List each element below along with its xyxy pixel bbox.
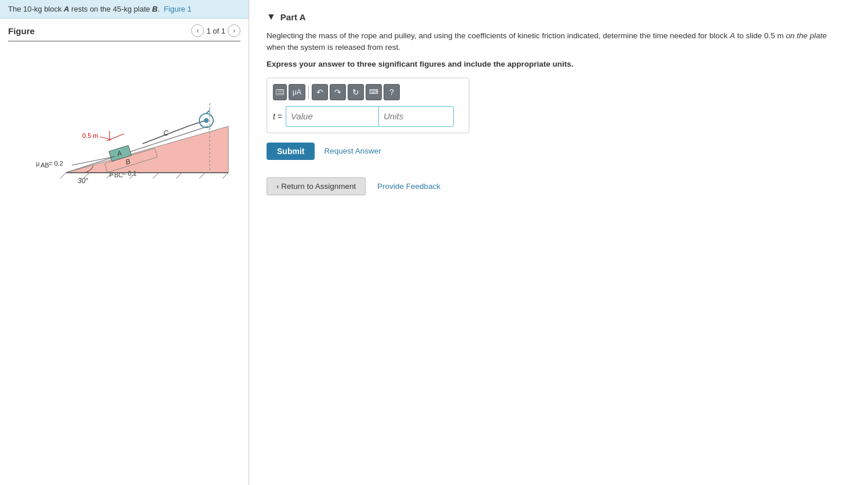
svg-line-8 xyxy=(206,110,210,114)
part-header: ▼ Part A xyxy=(267,12,851,22)
figure-title: Figure xyxy=(8,26,35,36)
problem-header: The 10-kg block A rests on the 45-kg pla… xyxy=(0,0,249,19)
svg-line-27 xyxy=(153,173,159,178)
help-button[interactable]: ? xyxy=(384,84,400,100)
svg-text:μ: μ xyxy=(36,160,39,167)
collapse-arrow[interactable]: ▼ xyxy=(267,12,276,22)
answer-box: μA ↶ ↷ ↻ ⌨ ? t = xyxy=(267,78,469,133)
svg-line-28 xyxy=(176,173,182,178)
units-input[interactable] xyxy=(378,106,454,127)
figure-diagram: A B C 0. xyxy=(8,45,240,202)
figure-section: Figure ‹ 1 of 1 › xyxy=(0,19,249,485)
undo-button[interactable]: ↶ xyxy=(312,84,328,100)
svg-line-30 xyxy=(223,173,228,178)
figure-next-button[interactable]: › xyxy=(228,24,240,37)
keyboard-button[interactable]: ⌨ xyxy=(366,84,382,100)
header-mid: rests on the 45-kg plate xyxy=(70,5,152,13)
header-text: The 10-kg block xyxy=(8,5,64,13)
return-to-assignment-button[interactable]: ‹ Return to Assignment xyxy=(267,177,366,195)
right-panel: ▼ Part A Neglecting the mass of the rope… xyxy=(249,0,868,485)
figure-link[interactable]: Figure 1 xyxy=(164,5,192,13)
figure-header: Figure ‹ 1 of 1 › xyxy=(8,24,240,42)
left-panel: The 10-kg block A rests on the 45-kg pla… xyxy=(0,0,249,485)
instruction-text: Express your answer to three significant… xyxy=(267,60,851,68)
svg-line-23 xyxy=(60,173,66,178)
refresh-button[interactable]: ↻ xyxy=(348,84,364,100)
svg-text:= 0.2: = 0.2 xyxy=(49,160,63,167)
bottom-row: ‹ Return to Assignment Provide Feedback xyxy=(267,177,851,195)
svg-line-29 xyxy=(199,173,205,178)
block-a-italic: A xyxy=(64,5,69,13)
svg-point-7 xyxy=(204,118,209,123)
mu-button[interactable]: μA xyxy=(289,84,305,100)
svg-text:30°: 30° xyxy=(78,177,88,185)
plate-b-italic: B xyxy=(152,5,158,13)
figure-page-info: 1 of 1 xyxy=(206,27,225,35)
svg-text:0.5 m: 0.5 m xyxy=(82,132,99,139)
provide-feedback-link[interactable]: Provide Feedback xyxy=(377,182,440,191)
figure-nav: ‹ 1 of 1 › xyxy=(191,24,240,37)
problem-text: Neglecting the mass of the rope and pull… xyxy=(267,30,834,54)
submit-row: Submit Request Answer xyxy=(267,143,851,160)
answer-label: t = xyxy=(273,112,282,121)
toolbar-separator-1 xyxy=(308,86,309,99)
part-label: Part A xyxy=(280,12,306,22)
value-input[interactable] xyxy=(286,106,378,127)
header-end: . xyxy=(158,5,160,13)
svg-text:C: C xyxy=(163,129,169,137)
request-answer-link[interactable]: Request Answer xyxy=(324,147,381,155)
toolbar: μA ↶ ↷ ↻ ⌨ ? xyxy=(273,84,463,100)
fraction-button[interactable] xyxy=(273,84,287,100)
submit-button[interactable]: Submit xyxy=(267,143,315,160)
answer-row: t = xyxy=(273,106,463,127)
svg-text:AB: AB xyxy=(41,162,49,169)
redo-button[interactable]: ↷ xyxy=(330,84,346,100)
figure-prev-button[interactable]: ‹ xyxy=(191,24,204,37)
